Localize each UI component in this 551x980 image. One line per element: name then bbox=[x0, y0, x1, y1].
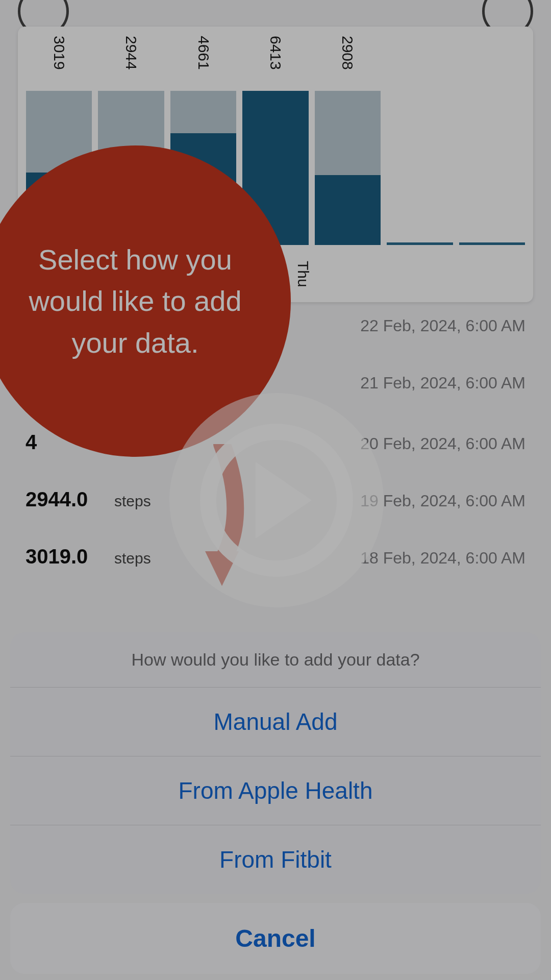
timestamp: 18 Feb, 2024, 6:00 AM bbox=[360, 549, 525, 568]
bar-value-label: 2944 bbox=[122, 36, 140, 87]
bar-value-label: 4661 bbox=[195, 36, 212, 87]
xaxis-label-fri bbox=[312, 256, 384, 292]
cancel-button[interactable]: Cancel bbox=[10, 903, 541, 974]
instruction-text: Select how you would like to add your da… bbox=[0, 239, 270, 363]
steps-unit: steps bbox=[114, 550, 151, 567]
play-icon bbox=[256, 462, 312, 538]
bar-track bbox=[387, 242, 453, 245]
bar-fill bbox=[315, 175, 381, 245]
bar-value-label: 2908 bbox=[339, 36, 356, 87]
bar-sat bbox=[384, 36, 456, 245]
xaxis-label-sat bbox=[384, 256, 456, 292]
play-ring-icon bbox=[200, 424, 353, 577]
action-sheet-title: How would you like to add your data? bbox=[10, 632, 541, 687]
bar-track bbox=[315, 91, 381, 245]
bar-fri: 2908 bbox=[312, 36, 384, 245]
bar-value-label: 3019 bbox=[51, 36, 68, 87]
timestamp: 21 Feb, 2024, 6:00 AM bbox=[360, 374, 525, 393]
xaxis-label-sun bbox=[456, 256, 528, 292]
steps-value: 3019.0 bbox=[26, 545, 102, 568]
option-manual-add[interactable]: Manual Add bbox=[10, 687, 541, 756]
timestamp: 19 Feb, 2024, 6:00 AM bbox=[360, 492, 525, 510]
action-sheet: How would you like to add your data? Man… bbox=[10, 632, 541, 974]
bar-track bbox=[459, 242, 525, 245]
bar-value-label: 6413 bbox=[267, 36, 284, 87]
play-button[interactable] bbox=[169, 393, 384, 607]
option-from-fitbit[interactable]: From Fitbit bbox=[10, 825, 541, 894]
steps-value: 2944.0 bbox=[26, 488, 102, 511]
option-from-apple-health[interactable]: From Apple Health bbox=[10, 756, 541, 825]
timestamp: 22 Feb, 2024, 6:00 AM bbox=[360, 316, 525, 335]
bar-sun bbox=[456, 36, 528, 245]
steps-unit: steps bbox=[114, 493, 151, 510]
timestamp: 20 Feb, 2024, 6:00 AM bbox=[360, 434, 525, 453]
